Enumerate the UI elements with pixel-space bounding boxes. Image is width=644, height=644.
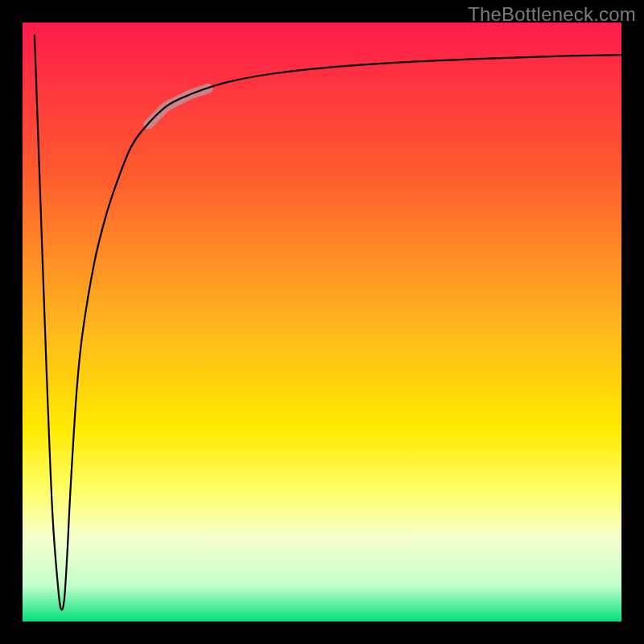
chart-svg xyxy=(0,0,644,644)
plot-background xyxy=(23,23,621,621)
attribution-watermark: TheBottleneck.com xyxy=(468,3,636,26)
chart-container: TheBottleneck.com xyxy=(0,0,644,644)
